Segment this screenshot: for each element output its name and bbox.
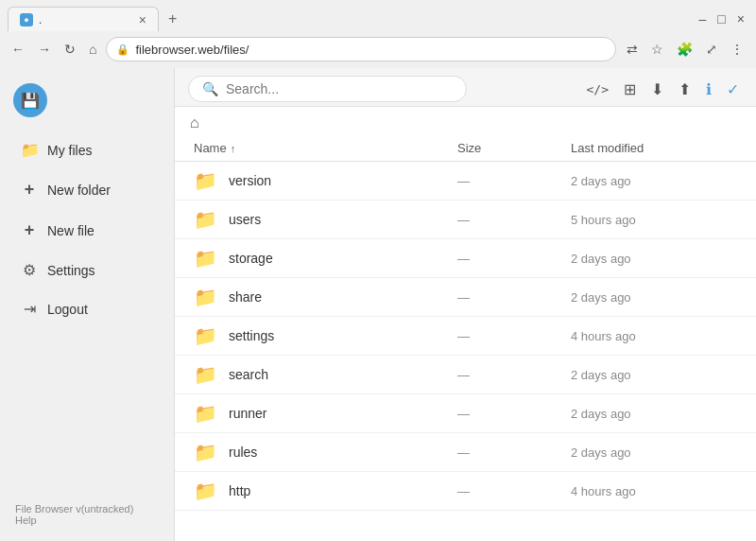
table-header: Name ↑ Size Last modified xyxy=(175,135,756,162)
logo-icon: 💾 xyxy=(21,92,40,110)
maximize-btn[interactable]: □ xyxy=(713,9,729,28)
file-size: — xyxy=(457,484,571,498)
table-row[interactable]: 📁 rules — 2 days ago xyxy=(175,433,756,472)
search-bar[interactable]: 🔍 xyxy=(188,76,467,102)
file-modified: 2 days ago xyxy=(571,290,741,305)
file-name: version xyxy=(229,173,271,188)
col-modified-label: Last modified xyxy=(571,141,644,155)
folder-icon: 📁 xyxy=(194,402,217,425)
folder-icon: 📁 xyxy=(194,480,217,502)
sidebar-item-logout[interactable]: ⇥ Logout xyxy=(6,290,168,327)
table-row[interactable]: 📁 storage — 2 days ago xyxy=(175,239,756,278)
refresh-button[interactable]: ↻ xyxy=(60,40,79,59)
table-row[interactable]: 📁 settings — 4 hours ago xyxy=(175,317,756,356)
app-version: File Browser v(untracked) xyxy=(15,503,133,515)
file-size: — xyxy=(457,368,571,382)
main-content: 🔍 </> ⊞ ⬇ ⬆ ℹ ✓ ⌂ Name ↑ xyxy=(175,68,756,541)
gear-icon: ⚙ xyxy=(21,261,38,279)
grid-view-btn[interactable]: ⊞ xyxy=(620,77,640,102)
file-name-cell: 📁 version xyxy=(194,169,457,192)
browser-tab[interactable]: ● . × xyxy=(8,7,159,31)
sidebar-label-new-folder: New folder xyxy=(47,183,111,198)
file-name: share xyxy=(229,289,262,305)
file-size: — xyxy=(457,445,571,460)
sidebar-item-my-files[interactable]: 📁 My files xyxy=(6,131,168,168)
sidebar-label-my-files: My files xyxy=(47,143,92,158)
table-row[interactable]: 📁 search — 2 days ago xyxy=(175,356,756,394)
search-input[interactable] xyxy=(226,81,415,96)
folder-icon: 📁 xyxy=(21,141,38,159)
new-tab-button[interactable]: + xyxy=(163,9,182,29)
file-name: runner xyxy=(229,406,266,421)
address-bar[interactable]: 🔒 filebrowser.web/files/ xyxy=(106,37,616,61)
tab-title: . xyxy=(39,13,42,26)
folder-icon: 📁 xyxy=(194,324,217,347)
sidebar-item-new-file[interactable]: + New file xyxy=(6,211,168,250)
file-modified: 2 days ago xyxy=(571,445,741,460)
address-text: filebrowser.web/files/ xyxy=(135,43,249,57)
file-name: http xyxy=(229,483,250,498)
file-modified: 2 days ago xyxy=(571,407,741,421)
lock-icon: 🔒 xyxy=(116,44,129,56)
file-modified: 2 days ago xyxy=(571,174,741,188)
file-size: — xyxy=(457,407,571,421)
file-modified: 4 hours ago xyxy=(571,329,741,343)
sync-btn[interactable]: ⤢ xyxy=(701,39,722,60)
breadcrumb: ⌂ xyxy=(190,114,741,131)
folder-icon: 📁 xyxy=(194,286,217,308)
new-folder-icon: + xyxy=(21,180,38,200)
table-row[interactable]: 📁 version — 2 days ago xyxy=(175,162,756,201)
col-header-size[interactable]: Size xyxy=(457,141,571,155)
col-header-name[interactable]: Name ↑ xyxy=(194,141,457,155)
help-link[interactable]: Help xyxy=(15,515,159,526)
folder-icon: 📁 xyxy=(194,247,217,270)
info-btn[interactable]: ℹ xyxy=(702,77,715,102)
upload-btn[interactable]: ⬆ xyxy=(675,77,695,102)
app-container: 💾 📁 My files + New folder + New file ⚙ S… xyxy=(0,68,756,541)
sidebar: 💾 📁 My files + New folder + New file ⚙ S… xyxy=(0,68,175,541)
logout-icon: ⇥ xyxy=(21,300,38,318)
download-btn[interactable]: ⬇ xyxy=(647,77,667,102)
tab-close-btn[interactable]: × xyxy=(139,12,146,27)
table-row[interactable]: 📁 users — 5 hours ago xyxy=(175,201,756,239)
check-btn[interactable]: ✓ xyxy=(723,77,743,102)
bookmark-btn[interactable]: ☆ xyxy=(646,39,668,60)
sidebar-item-settings[interactable]: ⚙ Settings xyxy=(6,252,168,288)
header-actions: </> ⊞ ⬇ ⬆ ℹ ✓ xyxy=(583,77,743,102)
file-name-cell: 📁 share xyxy=(194,286,457,308)
sidebar-label-new-file: New file xyxy=(47,223,94,238)
table-row[interactable]: 📁 share — 2 days ago xyxy=(175,278,756,317)
file-name-cell: 📁 storage xyxy=(194,247,457,270)
file-name-cell: 📁 rules xyxy=(194,441,457,463)
file-modified: 2 days ago xyxy=(571,252,741,266)
code-view-btn[interactable]: </> xyxy=(583,79,612,100)
back-button[interactable]: ← xyxy=(8,40,28,59)
table-row[interactable]: 📁 runner — 2 days ago xyxy=(175,394,756,433)
browser-toolbar: ← → ↻ ⌂ 🔒 filebrowser.web/files/ ⇄ ☆ 🧩 ⤢… xyxy=(0,32,756,68)
file-size: — xyxy=(457,290,571,305)
table-row[interactable]: 📁 http — 4 hours ago xyxy=(175,472,756,511)
file-size: — xyxy=(457,329,571,343)
window-close-btn[interactable]: × xyxy=(733,9,748,28)
extensions-btn[interactable]: 🧩 xyxy=(672,39,697,60)
home-button[interactable]: ⌂ xyxy=(85,40,100,59)
file-name-cell: 📁 settings xyxy=(194,324,457,347)
home-breadcrumb-icon[interactable]: ⌂ xyxy=(190,114,199,131)
reader-view-btn[interactable]: ⇄ xyxy=(622,39,643,60)
forward-button[interactable]: → xyxy=(34,40,55,59)
folder-icon: 📁 xyxy=(194,363,217,386)
col-header-modified[interactable]: Last modified xyxy=(571,141,741,155)
new-file-icon: + xyxy=(21,220,38,240)
sidebar-item-new-folder[interactable]: + New folder xyxy=(6,170,168,209)
file-size: — xyxy=(457,174,571,188)
folder-icon: 📁 xyxy=(194,169,217,192)
folder-icon: 📁 xyxy=(194,441,217,463)
file-name: settings xyxy=(229,328,274,343)
sidebar-logo: 💾 xyxy=(0,76,174,131)
minimize-btn[interactable]: – xyxy=(696,9,711,28)
menu-btn[interactable]: ⋮ xyxy=(726,39,748,60)
sort-arrow-icon: ↑ xyxy=(231,143,236,154)
file-name-cell: 📁 http xyxy=(194,480,457,502)
sidebar-label-logout: Logout xyxy=(47,302,88,317)
top-header: 🔍 </> ⊞ ⬇ ⬆ ℹ ✓ xyxy=(175,68,756,107)
